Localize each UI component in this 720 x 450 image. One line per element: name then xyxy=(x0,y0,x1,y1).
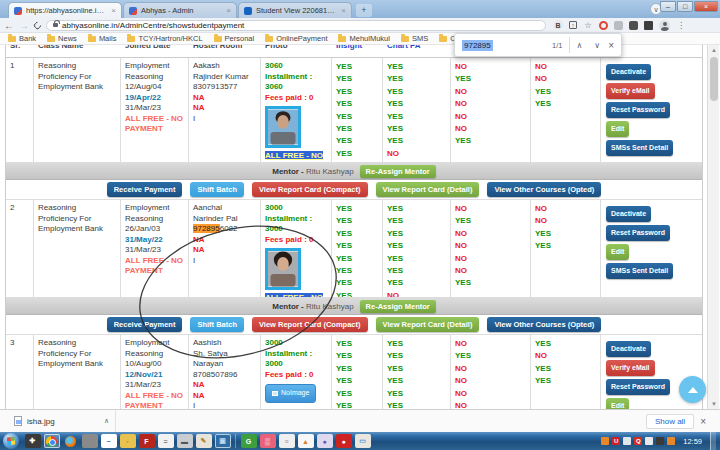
scroll-to-top-button[interactable] xyxy=(679,376,706,403)
view-report-card-detail--button[interactable]: View Report Card (Detail) xyxy=(376,317,480,332)
new-tab-button[interactable]: + xyxy=(356,4,372,17)
smss-sent-detail-button[interactable]: SMSs Sent Detail xyxy=(606,263,673,279)
reset-password-button[interactable]: Reset Password xyxy=(606,379,670,395)
edit-button[interactable]: Edit xyxy=(606,398,629,409)
volume-icon[interactable] xyxy=(645,437,653,445)
quickheal-icon[interactable]: Q xyxy=(634,437,642,445)
close-button[interactable]: × xyxy=(694,1,718,12)
deactivate-button[interactable]: Deactivate xyxy=(606,341,651,357)
bookmark-item[interactable]: News xyxy=(47,34,77,43)
minimize-button[interactable]: – xyxy=(660,1,676,12)
extension-red-icon[interactable] xyxy=(599,21,608,30)
edit-button[interactable]: Edit xyxy=(606,244,629,260)
smss-sent-detail-button[interactable]: SMSs Sent Detail xyxy=(606,140,673,156)
sync-tray-icon[interactable] xyxy=(623,437,631,445)
find-previous-icon[interactable]: ∧ xyxy=(570,41,588,50)
maximize-button[interactable]: □ xyxy=(677,1,693,12)
extensions-puzzle-icon[interactable] xyxy=(629,21,638,30)
browser-tab[interactable]: https://abhyasonline.in/AdminC × xyxy=(8,2,122,18)
app-gray-icon[interactable] xyxy=(82,434,98,448)
browser-tab[interactable]: Student View 220681461 × xyxy=(238,2,352,18)
reload-icon[interactable] xyxy=(33,20,43,30)
browser-tab[interactable]: Abhyas - Admin × xyxy=(123,2,237,18)
printer-icon[interactable]: ▬ xyxy=(177,434,193,448)
verify-email-button[interactable]: Verify eMail xyxy=(606,360,655,376)
page-scrollbar[interactable]: ▲ ▼ xyxy=(707,45,719,409)
deactivate-button[interactable]: Deactivate xyxy=(606,64,651,80)
show-desktop-button[interactable] xyxy=(710,432,716,450)
bookmark-item[interactable]: SMS xyxy=(401,34,428,43)
image-viewer-icon[interactable]: ▣ xyxy=(215,434,231,448)
shift-batch-button[interactable]: Shift Batch xyxy=(190,182,244,197)
verify-email-button[interactable]: Verify eMail xyxy=(606,83,655,99)
antivirus-u-icon[interactable]: U xyxy=(612,437,620,445)
view-report-card-detail--button[interactable]: View Report Card (Detail) xyxy=(376,182,480,197)
receive-payment-button[interactable]: Receive Payment xyxy=(107,317,183,332)
start-button[interactable] xyxy=(3,433,19,449)
photo-grid-icon[interactable]: ▒ xyxy=(260,434,276,448)
download-item[interactable]: isha.jpg ∧ xyxy=(8,410,116,432)
view-report-card-compact--button[interactable]: View Report Card (Compact) xyxy=(252,317,368,332)
download-bar-close-icon[interactable]: × xyxy=(694,416,712,427)
find-input[interactable]: 972895 xyxy=(462,40,493,51)
share-icon[interactable]: ↑ xyxy=(569,21,577,29)
reset-password-button[interactable]: Reset Password xyxy=(606,225,670,241)
show-all-downloads-button[interactable]: Show all xyxy=(646,414,694,429)
extension-gray-icon[interactable] xyxy=(614,21,623,30)
profile-avatar[interactable] xyxy=(659,20,670,31)
scroll-up-icon[interactable]: ▲ xyxy=(708,45,720,55)
bookmark-star-icon[interactable]: ☆ xyxy=(583,20,593,30)
green-app-icon[interactable]: G xyxy=(241,434,257,448)
edit-button[interactable]: Edit xyxy=(606,121,629,137)
scrollbar-thumb[interactable] xyxy=(710,57,718,101)
forward-icon[interactable]: → xyxy=(19,19,29,32)
bookmark-item[interactable]: MehulMukul xyxy=(338,34,389,43)
bookmark-item[interactable]: OnlinePayment xyxy=(265,34,327,43)
menu-kebab-icon[interactable]: ⋮ xyxy=(676,20,686,30)
view-report-card-compact--button[interactable]: View Report Card (Compact) xyxy=(252,182,368,197)
display-tray-icon[interactable] xyxy=(656,437,664,445)
move-tool-icon[interactable]: ✚ xyxy=(25,434,41,448)
back-icon[interactable]: ← xyxy=(4,19,14,32)
find-close-icon[interactable]: × xyxy=(606,40,614,51)
female-student-photo[interactable] xyxy=(265,248,301,290)
document-icon[interactable]: = xyxy=(158,434,174,448)
photo-app-icon[interactable]: ▭ xyxy=(355,434,371,448)
tab-close-icon[interactable]: × xyxy=(111,6,116,15)
selected-payment-link[interactable]: ALL FREE - NO PAYMENT xyxy=(265,293,323,298)
tab-close-icon[interactable]: × xyxy=(341,6,346,15)
battery-tray-icon[interactable] xyxy=(667,437,675,445)
reset-password-button[interactable]: Reset Password xyxy=(606,102,670,118)
person-tray-icon[interactable] xyxy=(601,437,609,445)
bookmark-item[interactable]: Personal xyxy=(214,34,255,43)
firefox-icon[interactable] xyxy=(63,434,79,448)
tab-close-icon[interactable]: × xyxy=(226,6,231,15)
chrome-icon[interactable] xyxy=(44,434,60,448)
scroll-down-icon[interactable]: ▼ xyxy=(708,399,720,409)
reassign-mentor-button[interactable]: Re-Assign Mentor xyxy=(360,165,436,178)
download-chevron-icon[interactable]: ∧ xyxy=(104,417,109,425)
receive-payment-button[interactable]: Receive Payment xyxy=(107,182,183,197)
address-bar[interactable]: abhyasonline.in/AdminCentre/showstudentp… xyxy=(46,20,546,31)
view-other-courses-opted--button[interactable]: View Other Courses (Opted) xyxy=(487,182,601,197)
bookmark-item[interactable]: Bank xyxy=(8,34,36,43)
foxit-icon[interactable]: F xyxy=(139,434,155,448)
view-other-courses-opted--button[interactable]: View Other Courses (Opted) xyxy=(487,317,601,332)
selected-payment-link[interactable]: ALL FREE - NO PAYMENT xyxy=(265,151,323,163)
explorer-icon[interactable]: ◦ xyxy=(120,434,136,448)
paint-icon[interactable]: ✎ xyxy=(196,434,212,448)
deactivate-button[interactable]: Deactivate xyxy=(606,206,651,222)
extension-b-icon[interactable]: B xyxy=(553,20,563,30)
teamviewer-icon[interactable]: − xyxy=(101,434,117,448)
shift-batch-button[interactable]: Shift Batch xyxy=(190,317,244,332)
reassign-mentor-button[interactable]: Re-Assign Mentor xyxy=(360,300,436,313)
purple-app-icon[interactable]: ● xyxy=(317,434,333,448)
male-student-photo[interactable] xyxy=(265,106,301,148)
notepad-icon[interactable]: ≡ xyxy=(279,434,295,448)
camera-app-icon[interactable]: ● xyxy=(336,434,352,448)
bookmark-item[interactable]: Mails xyxy=(88,34,117,43)
find-next-icon[interactable]: ∨ xyxy=(588,41,606,50)
image-editor-icon[interactable]: ▲ xyxy=(298,434,314,448)
extension-dark-icon[interactable] xyxy=(644,21,653,30)
find-bar[interactable]: 972895 1/1 ∧ ∨ × xyxy=(454,33,622,57)
